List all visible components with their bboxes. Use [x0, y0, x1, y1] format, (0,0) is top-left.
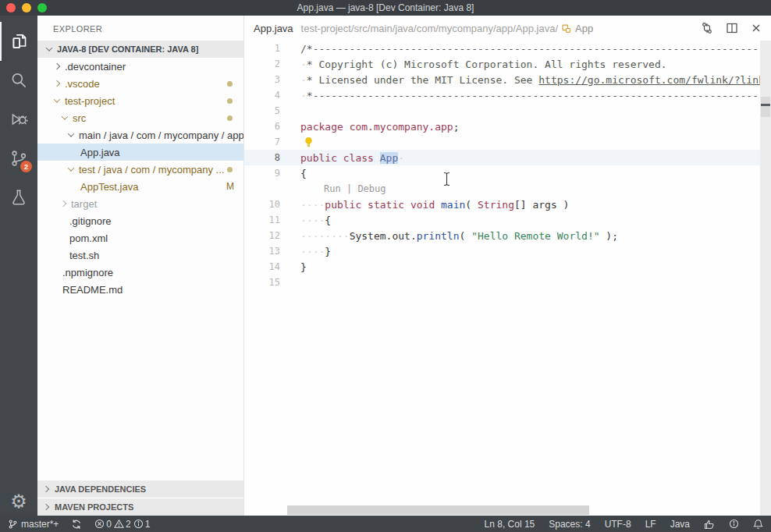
- activity-bar-item-source-control[interactable]: 2: [0, 139, 37, 178]
- horizontal-scrollbar-thumb[interactable]: [287, 505, 589, 515]
- breadcrumb-path[interactable]: test-project/src/main/java/com/mycompany…: [301, 23, 558, 34]
- breadcrumb[interactable]: test-project/src/main/java/com/mycompany…: [301, 23, 594, 34]
- window-title: App.java — java-8 [Dev Container: Java 8…: [297, 2, 474, 13]
- close-editor-icon[interactable]: [751, 23, 762, 34]
- line-number: 7: [244, 137, 280, 147]
- tree-item-label: AppTest.java: [80, 181, 138, 193]
- tree-item[interactable]: AppTest.javaM: [37, 178, 243, 195]
- search-icon: [9, 70, 29, 90]
- modified-dot: [227, 98, 233, 104]
- notifications-bell-icon[interactable]: [753, 519, 763, 530]
- file-tree: JAVA-8 [DEV CONTAINER: JAVA 8].devcontai…: [37, 41, 243, 298]
- tree-item[interactable]: .gitignore: [37, 212, 243, 229]
- tree-item[interactable]: src: [37, 109, 243, 126]
- eol-status[interactable]: LF: [645, 519, 656, 530]
- line-number: 10: [244, 199, 280, 210]
- code-text: ·*--------------------------------------…: [280, 90, 771, 101]
- chevron-right-icon: [43, 486, 49, 492]
- code-line[interactable]: 11····{: [244, 212, 771, 228]
- encoding-status[interactable]: UTF-8: [605, 519, 631, 530]
- tree-item[interactable]: test-project: [37, 92, 243, 109]
- tree-item[interactable]: .vscode: [37, 75, 243, 92]
- breadcrumb-symbol[interactable]: App: [575, 23, 593, 34]
- activity-bar-item-explorer[interactable]: [0, 22, 37, 61]
- indentation-status[interactable]: Spaces: 4: [549, 519, 590, 530]
- line-number: 1: [244, 43, 280, 54]
- manage-gear-icon[interactable]: ⚙: [10, 492, 27, 511]
- tree-item[interactable]: pom.xml: [37, 229, 243, 246]
- code-line[interactable]: 10····public static void main( String[] …: [244, 197, 771, 212]
- chevron-right-icon: [43, 504, 49, 510]
- code-text: ········System.out.println( "Hello Remot…: [280, 230, 618, 242]
- code-line[interactable]: 12········System.out.println( "Hello Rem…: [244, 228, 771, 243]
- lightbulb-icon[interactable]: [304, 137, 314, 148]
- close-window-button[interactable]: [6, 3, 16, 12]
- git-branch-status[interactable]: master*+: [8, 519, 59, 530]
- tree-item[interactable]: test / java / com / mycompany ...: [37, 161, 243, 178]
- info-count: 1: [145, 519, 151, 530]
- minimize-window-button[interactable]: [22, 3, 31, 12]
- code-line[interactable]: 1/*-------------------------------------…: [244, 41, 771, 56]
- line-number: 2: [244, 59, 280, 69]
- sidebar-section-maven-projects[interactable]: MAVEN PROJECTS: [37, 498, 243, 516]
- codelens-debug-link[interactable]: Debug: [357, 183, 386, 194]
- line-number: 13: [244, 246, 280, 257]
- code-line[interactable]: 7: [244, 134, 771, 150]
- code-line[interactable]: 3·* Licensed under the MIT License. See …: [244, 72, 771, 87]
- tree-item[interactable]: JAVA-8 [DEV CONTAINER: JAVA 8]: [37, 41, 243, 58]
- chevron-down-icon: [46, 44, 52, 51]
- feedback-like-icon[interactable]: [704, 519, 715, 530]
- line-number: 15: [244, 277, 280, 288]
- code-text: public class App·: [280, 152, 404, 164]
- mouse-ibeam-cursor: [442, 172, 451, 186]
- code-editor[interactable]: 1/*-------------------------------------…: [244, 41, 771, 516]
- vertical-scrollbar-thumb[interactable]: [761, 97, 770, 117]
- code-line[interactable]: 14}: [244, 259, 771, 275]
- activity-bar-item-test-explorer[interactable]: [0, 178, 37, 217]
- tree-item-label: .vscode: [65, 78, 100, 90]
- code-line[interactable]: 15: [244, 275, 771, 290]
- code-line[interactable]: 8public class App·: [244, 150, 771, 165]
- open-file-label[interactable]: App.java: [254, 23, 293, 34]
- code-line[interactable]: 4·*-------------------------------------…: [244, 87, 771, 103]
- tree-item-label: .devcontainer: [65, 61, 126, 73]
- info-round-icon[interactable]: [729, 519, 739, 529]
- sidebar-section-java-dependencies[interactable]: JAVA DEPENDENCIES: [37, 480, 243, 498]
- open-changes-icon[interactable]: [701, 22, 713, 34]
- modified-dot: [227, 81, 233, 87]
- code-text: }: [280, 261, 307, 273]
- tree-item[interactable]: App.java: [37, 144, 243, 161]
- chevron-down-icon: [68, 165, 74, 171]
- explorer-sidebar: EXPLORER JAVA-8 [DEV CONTAINER: JAVA 8].…: [37, 16, 244, 516]
- problems-status[interactable]: 021: [94, 519, 150, 530]
- editor-group: App.java test-project/src/main/java/com/…: [244, 16, 771, 516]
- tree-item[interactable]: main / java / com / mycompany / app: [37, 126, 243, 144]
- line-number: 5: [244, 105, 280, 116]
- vertical-scrollbar[interactable]: [760, 41, 771, 516]
- split-editor-icon[interactable]: [726, 22, 738, 34]
- tree-item-label: JAVA-8 [DEV CONTAINER: JAVA 8]: [57, 44, 198, 54]
- vscode-window: App.java — java-8 [Dev Container: Java 8…: [0, 0, 771, 532]
- tree-item[interactable]: target: [37, 195, 243, 212]
- code-text: ····public static void main( String[] ar…: [280, 199, 569, 211]
- language-mode-status[interactable]: Java: [670, 519, 690, 530]
- modified-dot: [227, 115, 233, 121]
- code-line[interactable]: 2·* Copyright (c) Microsoft Corporation.…: [244, 56, 771, 72]
- tree-item[interactable]: README.md: [37, 281, 243, 298]
- code-line[interactable]: 9{: [244, 165, 771, 181]
- code-line[interactable]: 13····}: [244, 243, 771, 259]
- tree-item[interactable]: .npmignore: [37, 264, 243, 281]
- zoom-window-button[interactable]: [37, 3, 47, 12]
- cursor-position-status[interactable]: Ln 8, Col 15: [485, 519, 535, 530]
- run-debug-icon: [9, 109, 29, 129]
- code-line[interactable]: 5: [244, 103, 771, 119]
- code-line[interactable]: 6package com.mycompany.app;: [244, 119, 771, 134]
- codelens-run-link[interactable]: Run: [324, 183, 341, 194]
- tree-item[interactable]: test.sh: [37, 246, 243, 264]
- tree-item[interactable]: .devcontainer: [37, 58, 243, 75]
- activity-bar-item-run-debug[interactable]: [0, 100, 37, 139]
- activity-bar-item-search[interactable]: [0, 61, 37, 100]
- chevron-right-icon: [54, 80, 60, 87]
- codelens-separator: |: [341, 183, 358, 194]
- sync-status[interactable]: [71, 519, 82, 530]
